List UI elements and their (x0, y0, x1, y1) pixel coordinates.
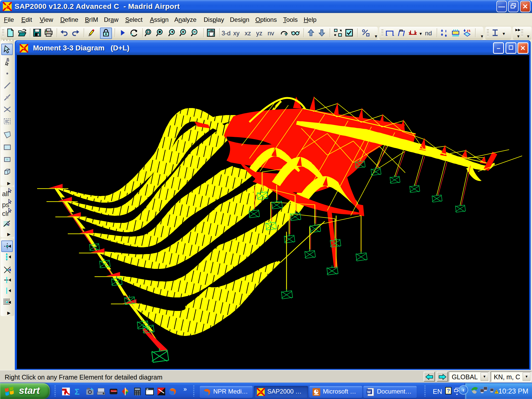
svg-text:?: ? (447, 388, 450, 394)
svg-text:Screen: Screen (111, 390, 117, 392)
svg-text:!: ! (496, 390, 497, 394)
svg-text:W: W (367, 390, 371, 394)
svg-text:Σ: Σ (75, 387, 79, 396)
svg-text:G: G (45, 28, 46, 31)
